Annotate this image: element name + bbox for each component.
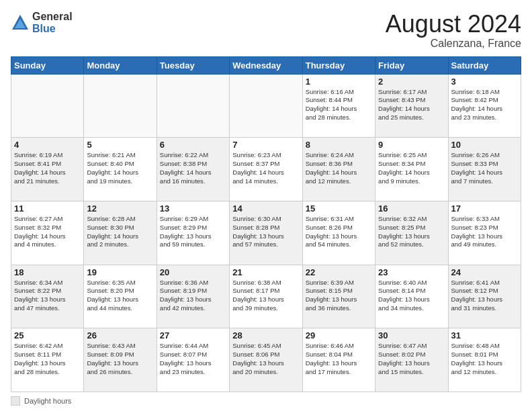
day-number: 28 bbox=[232, 330, 299, 340]
day-number: 30 bbox=[378, 330, 445, 340]
calendar-cell: 4Sunrise: 6:19 AM Sunset: 8:41 PM Daylig… bbox=[11, 138, 84, 201]
calendar-cell: 17Sunrise: 6:33 AM Sunset: 8:23 PM Dayli… bbox=[448, 201, 521, 265]
calendar-header-saturday: Saturday bbox=[448, 56, 521, 74]
logo-general: General bbox=[32, 11, 73, 23]
calendar-header-row: SundayMondayTuesdayWednesdayThursdayFrid… bbox=[11, 56, 521, 74]
calendar-cell: 22Sunrise: 6:39 AM Sunset: 8:15 PM Dayli… bbox=[302, 265, 375, 328]
calendar-cell: 31Sunrise: 6:48 AM Sunset: 8:01 PM Dayli… bbox=[448, 328, 521, 392]
calendar-cell: 5Sunrise: 6:21 AM Sunset: 8:40 PM Daylig… bbox=[84, 138, 157, 201]
day-number: 7 bbox=[232, 140, 299, 150]
calendar-cell: 6Sunrise: 6:22 AM Sunset: 8:38 PM Daylig… bbox=[157, 138, 229, 201]
day-number: 9 bbox=[378, 140, 445, 150]
calendar-cell: 2Sunrise: 6:17 AM Sunset: 8:43 PM Daylig… bbox=[375, 74, 448, 138]
day-number: 1 bbox=[306, 77, 372, 87]
calendar-cell: 13Sunrise: 6:29 AM Sunset: 8:29 PM Dayli… bbox=[157, 201, 229, 265]
calendar-table: SundayMondayTuesdayWednesdayThursdayFrid… bbox=[11, 56, 521, 392]
day-number: 2 bbox=[378, 77, 445, 87]
calendar-cell: 28Sunrise: 6:45 AM Sunset: 8:06 PM Dayli… bbox=[230, 328, 302, 392]
title-area: August 2024 Calenzana, France bbox=[386, 11, 521, 50]
day-number: 11 bbox=[14, 203, 81, 214]
day-info: Sunrise: 6:31 AM Sunset: 8:26 PM Dayligh… bbox=[306, 215, 372, 249]
footer: Daylight hours bbox=[11, 396, 521, 406]
calendar-cell: 24Sunrise: 6:41 AM Sunset: 8:12 PM Dayli… bbox=[448, 265, 521, 328]
day-info: Sunrise: 6:41 AM Sunset: 8:12 PM Dayligh… bbox=[451, 279, 518, 313]
day-info: Sunrise: 6:30 AM Sunset: 8:28 PM Dayligh… bbox=[232, 215, 299, 249]
day-number: 8 bbox=[306, 140, 372, 150]
calendar-header-tuesday: Tuesday bbox=[157, 56, 229, 74]
calendar-cell: 16Sunrise: 6:32 AM Sunset: 8:25 PM Dayli… bbox=[375, 201, 448, 265]
day-number: 21 bbox=[232, 267, 299, 277]
day-number: 3 bbox=[451, 77, 518, 87]
day-info: Sunrise: 6:27 AM Sunset: 8:32 PM Dayligh… bbox=[14, 215, 81, 249]
day-info: Sunrise: 6:47 AM Sunset: 8:02 PM Dayligh… bbox=[378, 342, 445, 376]
day-number: 23 bbox=[378, 267, 445, 277]
day-number: 14 bbox=[232, 203, 299, 214]
day-info: Sunrise: 6:43 AM Sunset: 8:09 PM Dayligh… bbox=[87, 342, 153, 376]
day-number: 25 bbox=[14, 330, 81, 340]
calendar-cell: 29Sunrise: 6:46 AM Sunset: 8:04 PM Dayli… bbox=[302, 328, 375, 392]
calendar-cell: 18Sunrise: 6:34 AM Sunset: 8:22 PM Dayli… bbox=[11, 265, 84, 328]
calendar-header-thursday: Thursday bbox=[302, 56, 375, 74]
day-number: 16 bbox=[378, 203, 445, 214]
day-info: Sunrise: 6:24 AM Sunset: 8:36 PM Dayligh… bbox=[306, 151, 372, 185]
calendar-week-1: 4Sunrise: 6:19 AM Sunset: 8:41 PM Daylig… bbox=[11, 138, 521, 201]
day-info: Sunrise: 6:19 AM Sunset: 8:41 PM Dayligh… bbox=[14, 151, 81, 185]
day-number: 4 bbox=[14, 140, 81, 150]
day-info: Sunrise: 6:29 AM Sunset: 8:29 PM Dayligh… bbox=[160, 215, 226, 249]
calendar-week-2: 11Sunrise: 6:27 AM Sunset: 8:32 PM Dayli… bbox=[11, 201, 521, 265]
day-info: Sunrise: 6:33 AM Sunset: 8:23 PM Dayligh… bbox=[451, 215, 518, 249]
calendar-cell: 12Sunrise: 6:28 AM Sunset: 8:30 PM Dayli… bbox=[84, 201, 157, 265]
calendar-cell: 3Sunrise: 6:18 AM Sunset: 8:42 PM Daylig… bbox=[448, 74, 521, 138]
calendar-header-friday: Friday bbox=[375, 56, 448, 74]
day-number: 20 bbox=[160, 267, 226, 277]
calendar-cell: 25Sunrise: 6:42 AM Sunset: 8:11 PM Dayli… bbox=[11, 328, 84, 392]
calendar-cell bbox=[157, 74, 229, 138]
day-info: Sunrise: 6:21 AM Sunset: 8:40 PM Dayligh… bbox=[87, 151, 153, 185]
calendar-cell: 19Sunrise: 6:35 AM Sunset: 8:20 PM Dayli… bbox=[84, 265, 157, 328]
day-info: Sunrise: 6:39 AM Sunset: 8:15 PM Dayligh… bbox=[306, 279, 372, 313]
day-number: 19 bbox=[87, 267, 153, 277]
day-info: Sunrise: 6:18 AM Sunset: 8:42 PM Dayligh… bbox=[451, 88, 518, 122]
calendar-cell: 27Sunrise: 6:44 AM Sunset: 8:07 PM Dayli… bbox=[157, 328, 229, 392]
day-info: Sunrise: 6:36 AM Sunset: 8:19 PM Dayligh… bbox=[160, 279, 226, 313]
calendar-week-0: 1Sunrise: 6:16 AM Sunset: 8:44 PM Daylig… bbox=[11, 74, 521, 138]
day-info: Sunrise: 6:25 AM Sunset: 8:34 PM Dayligh… bbox=[378, 151, 445, 185]
calendar-cell: 10Sunrise: 6:26 AM Sunset: 8:33 PM Dayli… bbox=[448, 138, 521, 201]
calendar-week-4: 25Sunrise: 6:42 AM Sunset: 8:11 PM Dayli… bbox=[11, 328, 521, 392]
day-info: Sunrise: 6:35 AM Sunset: 8:20 PM Dayligh… bbox=[87, 279, 153, 313]
day-info: Sunrise: 6:22 AM Sunset: 8:38 PM Dayligh… bbox=[160, 151, 226, 185]
day-info: Sunrise: 6:26 AM Sunset: 8:33 PM Dayligh… bbox=[451, 151, 518, 185]
day-number: 27 bbox=[160, 330, 226, 340]
header: General Blue August 2024 Calenzana, Fran… bbox=[11, 11, 521, 50]
day-number: 24 bbox=[451, 267, 518, 277]
day-number: 18 bbox=[14, 267, 81, 277]
day-number: 6 bbox=[160, 140, 226, 150]
day-info: Sunrise: 6:46 AM Sunset: 8:04 PM Dayligh… bbox=[306, 342, 372, 376]
calendar-header-wednesday: Wednesday bbox=[230, 56, 302, 74]
calendar-week-3: 18Sunrise: 6:34 AM Sunset: 8:22 PM Dayli… bbox=[11, 265, 521, 328]
month-year: August 2024 bbox=[386, 11, 521, 38]
calendar-cell: 23Sunrise: 6:40 AM Sunset: 8:14 PM Dayli… bbox=[375, 265, 448, 328]
day-info: Sunrise: 6:32 AM Sunset: 8:25 PM Dayligh… bbox=[378, 215, 445, 249]
logo-icon bbox=[11, 13, 30, 32]
day-number: 15 bbox=[306, 203, 372, 214]
day-info: Sunrise: 6:48 AM Sunset: 8:01 PM Dayligh… bbox=[451, 342, 518, 376]
logo-text: General Blue bbox=[32, 11, 73, 34]
day-number: 29 bbox=[306, 330, 372, 340]
calendar-cell: 21Sunrise: 6:38 AM Sunset: 8:17 PM Dayli… bbox=[230, 265, 302, 328]
day-info: Sunrise: 6:16 AM Sunset: 8:44 PM Dayligh… bbox=[306, 88, 372, 122]
calendar-cell: 8Sunrise: 6:24 AM Sunset: 8:36 PM Daylig… bbox=[302, 138, 375, 201]
day-number: 22 bbox=[306, 267, 372, 277]
calendar-cell: 26Sunrise: 6:43 AM Sunset: 8:09 PM Dayli… bbox=[84, 328, 157, 392]
page: General Blue August 2024 Calenzana, Fran… bbox=[0, 0, 532, 411]
day-number: 17 bbox=[451, 203, 518, 214]
day-number: 12 bbox=[87, 203, 153, 214]
day-number: 13 bbox=[160, 203, 226, 214]
calendar-cell: 7Sunrise: 6:23 AM Sunset: 8:37 PM Daylig… bbox=[230, 138, 302, 201]
calendar-header-monday: Monday bbox=[84, 56, 157, 74]
location: Calenzana, France bbox=[386, 38, 521, 50]
calendar-cell bbox=[84, 74, 157, 138]
day-number: 5 bbox=[87, 140, 153, 150]
day-info: Sunrise: 6:23 AM Sunset: 8:37 PM Dayligh… bbox=[232, 151, 299, 185]
day-info: Sunrise: 6:44 AM Sunset: 8:07 PM Dayligh… bbox=[160, 342, 226, 376]
